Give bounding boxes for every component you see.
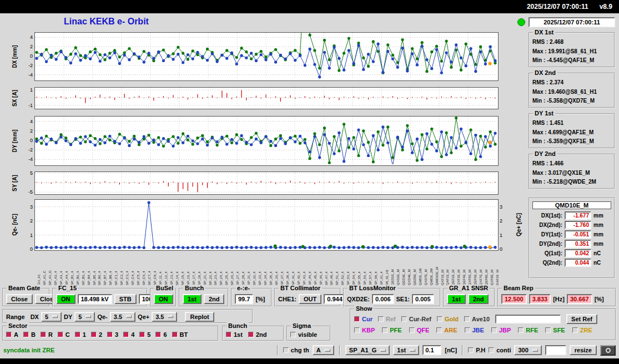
- resize-button[interactable]: resize: [570, 345, 597, 355]
- checkbox-a[interactable]: A: [6, 331, 18, 338]
- checkbox-bt[interactable]: BT: [172, 331, 188, 338]
- page-title: Linac KEKB e- Orbit: [64, 17, 149, 27]
- blank-input[interactable]: [545, 345, 566, 355]
- sector-title: Sector: [7, 322, 29, 329]
- stat-group: DY 2ndRMS : 1.466Max : 3.017@QX1E_MMin :…: [529, 154, 615, 189]
- y-tick-label: -1: [18, 103, 33, 108]
- checkbox-are[interactable]: ARE: [436, 327, 457, 333]
- checkbox-indicator: [491, 327, 497, 333]
- set-ref-button[interactable]: Set Ref: [566, 314, 597, 324]
- screenshot-button[interactable]: [600, 345, 616, 356]
- checkbox-c[interactable]: C: [58, 331, 70, 338]
- checkbox-1[interactable]: 1: [75, 331, 86, 338]
- y-tick-label: 4: [18, 34, 33, 40]
- fc15-stb-button[interactable]: STB: [114, 294, 137, 304]
- checkbox-visible[interactable]: visible: [290, 331, 317, 338]
- x-tick-label: SP_52_4: [341, 253, 344, 285]
- bunch-select[interactable]: 1st: [393, 345, 419, 355]
- checkbox-r[interactable]: R: [41, 331, 53, 338]
- checkbox-4[interactable]: 4: [123, 331, 134, 338]
- checkbox-kbp[interactable]: KBP: [354, 327, 375, 333]
- se1-value: 0.005: [412, 294, 434, 304]
- checkbox-conti[interactable]: conti: [489, 347, 511, 353]
- checkbox-qfe[interactable]: QFE: [409, 327, 430, 333]
- beam-gate-close-1-button[interactable]: Close: [6, 294, 33, 304]
- checkbox-rfe[interactable]: RFE: [518, 327, 538, 333]
- checkbox-1st[interactable]: 1st: [226, 331, 243, 338]
- checkbox-cur[interactable]: Cur: [354, 316, 373, 322]
- threshold-unit: [nC]: [445, 347, 457, 353]
- y-tick-label: 1: [500, 232, 513, 238]
- range-dx-select[interactable]: 5: [41, 312, 62, 322]
- stat-line: RMS : 2.374: [530, 78, 614, 88]
- bpm-select[interactable]: SP_A1_G: [345, 345, 390, 355]
- x-tick-label: GU_A1: [37, 253, 41, 285]
- checkbox-label: 2: [99, 331, 102, 338]
- range-qe-plus-value: 3.5: [155, 314, 164, 320]
- y-tick-label: 0: [500, 246, 513, 252]
- checkbox-b[interactable]: B: [23, 331, 36, 338]
- x-tick-label: SP_54_4: [352, 253, 355, 285]
- che1-out-button[interactable]: OUT: [299, 294, 321, 304]
- range-qe-plus-select[interactable]: 3.5: [152, 312, 177, 322]
- checkbox-label: JBP: [499, 327, 511, 333]
- x-tick-label: SP_36_4: [275, 253, 278, 285]
- gr-a1-snsr-title: GR_A1 SNSR: [447, 285, 490, 291]
- x-tick-label: SP_46_4: [319, 253, 323, 285]
- snsr-2nd-button[interactable]: 2nd: [468, 294, 489, 304]
- separator: [462, 345, 463, 355]
- sector-select[interactable]: A: [313, 345, 334, 355]
- range-qe-minus-select[interactable]: 3.5: [110, 312, 135, 322]
- bunch-1st-button[interactable]: 1st: [183, 294, 202, 304]
- interval-select[interactable]: 300: [514, 345, 541, 355]
- q-right-axis-label: Qe+ [nC]: [516, 213, 522, 236]
- show-row-1: CurRefCur-RefGoldAve10Set Ref: [354, 314, 612, 324]
- range-dy-select[interactable]: 5: [74, 312, 95, 322]
- replot-button[interactable]: Replot: [185, 312, 214, 322]
- checkbox-ref[interactable]: Ref: [378, 316, 396, 322]
- checkbox-gold[interactable]: Gold: [437, 316, 459, 322]
- checkbox-label: visible: [298, 331, 317, 338]
- checkbox-ave10[interactable]: Ave10: [464, 316, 490, 322]
- threshold-input[interactable]: [422, 345, 441, 355]
- checkbox-6[interactable]: 6: [155, 331, 167, 338]
- x-tick-label: SP_C8_4: [153, 253, 157, 285]
- checkbox-p-h[interactable]: P.H: [468, 347, 485, 353]
- checkbox-sfe[interactable]: SFE: [545, 327, 565, 333]
- checkbox-3[interactable]: 3: [107, 331, 118, 338]
- checkbox-indicator: [436, 327, 442, 333]
- x-tick-label: SP_A3_4: [59, 253, 63, 285]
- x-tick-label: QED5E_M: [413, 253, 416, 285]
- range-dx-label: DX: [31, 314, 39, 320]
- che1-label: CHE1:: [278, 296, 296, 302]
- bunch-2nd-button[interactable]: 2nd: [204, 294, 225, 304]
- x-tick-label: SP_12_4: [164, 253, 168, 285]
- checkbox-chg-th[interactable]: chg th: [283, 347, 309, 353]
- checkbox-5[interactable]: 5: [139, 331, 150, 338]
- x-tick-label: SP_31_4: [247, 253, 250, 285]
- stat-line: Max : 19.991@S8_61_H1: [530, 47, 614, 57]
- range-dy-value: 5: [78, 314, 82, 320]
- checkbox-2nd[interactable]: 2nd: [248, 331, 267, 338]
- checkbox-pfe[interactable]: PFE: [382, 327, 401, 333]
- sigma-title: Sigma: [291, 322, 313, 329]
- checkbox-cur-ref[interactable]: Cur-Ref: [401, 316, 431, 322]
- checkbox-zre[interactable]: ZRE: [572, 327, 592, 333]
- x-tick-label: SP_58_4: [374, 253, 378, 285]
- stat-line: Min : -5.218@QWDE_2M: [530, 178, 614, 187]
- x-tick-label: QXD2E_M: [396, 253, 400, 285]
- dx-plot: 420-2-4: [34, 32, 499, 81]
- checkbox-jbp[interactable]: JBP: [491, 327, 511, 333]
- checkbox-indicator: [290, 332, 296, 337]
- busel-on-button[interactable]: ON: [154, 294, 173, 304]
- checkbox-label: PFE: [390, 327, 401, 333]
- checkbox-2[interactable]: 2: [91, 331, 102, 338]
- snsr-1st-button[interactable]: 1st: [447, 294, 466, 304]
- fc15-on-button[interactable]: ON: [56, 294, 76, 304]
- x-tick-label: SP_44_4: [308, 253, 311, 285]
- qmd-unit: nC: [593, 250, 601, 256]
- checkbox-indicator: [464, 316, 470, 322]
- checkbox-indicator: [409, 327, 415, 333]
- checkbox-jbe[interactable]: JBE: [465, 327, 484, 333]
- ref-file-input[interactable]: [495, 315, 561, 323]
